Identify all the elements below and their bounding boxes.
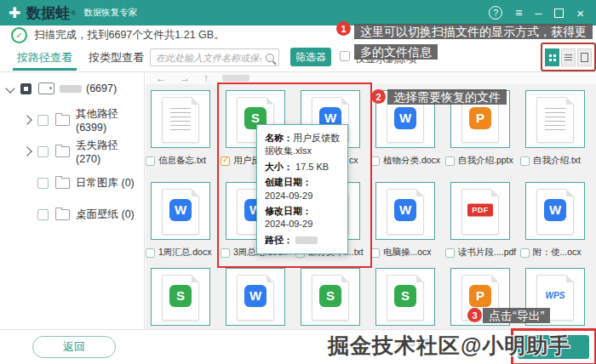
file-checkbox[interactable] [445,156,455,166]
nav-forward-icon[interactable]: → [180,72,190,84]
app-window: ✚ 数据蛙 ® 数据恢复专家 ? ≡ – × ✓ 扫描完成，找到6697个文件共… [0,0,596,364]
file-tile[interactable] [525,90,585,148]
redacted-drive-name [60,85,82,93]
file-name-row: 读书片段....pdf [445,247,522,259]
xlsx-badge-icon: S [169,285,192,307]
filter-button[interactable]: 筛选器 [290,48,331,66]
folder-checkbox[interactable] [37,209,49,220]
file-checkbox[interactable] [221,156,230,166]
scan-complete-check-icon: ✓ [11,27,27,43]
xlsx-file-icon: S [312,275,349,321]
expand-chevron-icon[interactable] [22,146,32,156]
sidebar-item-3[interactable]: 桌面壁纸 (0) [0,204,144,225]
tooltip-name-label: 名称： [265,133,293,143]
docx-badge-icon: W [244,285,266,307]
back-button[interactable]: 返回 [32,336,116,358]
chevron-down-icon[interactable] [5,83,14,93]
file-tile[interactable]: S [151,268,210,326]
xlsx-file-icon: S [162,275,199,321]
file-name-row: 自我介绍.pptx [445,155,522,167]
folder-label: 桌面壁纸 (0) [76,208,135,222]
file-checkbox[interactable] [221,248,230,258]
file-tile[interactable]: W [525,182,585,240]
file-tile[interactable]: PDF [450,182,510,240]
file-name: 1周汇总.docx [158,247,211,259]
docx-file-icon: W [237,275,274,321]
file-info-tooltip: 名称：用户反馈数据收集.xlsx 大小： 17.5 KB 创建日期： 2024-… [256,124,348,254]
folder-checkbox[interactable] [37,178,49,189]
maximize-icon[interactable] [554,9,564,18]
watermark-text: 掘金技术社区@小明助手 [328,332,570,360]
sidebar-tree: 其他路径 (6399)丢失路径 (270)日常图库 (0)桌面壁纸 (0) [0,110,144,225]
tooltip-size-label: 大小： [265,162,293,172]
file-tile[interactable]: W [375,182,435,240]
root-drive-checkbox[interactable] [20,83,32,94]
search-icon[interactable] [266,54,274,62]
docx-badge-icon: W [544,199,566,221]
folder-checkbox[interactable] [37,115,49,126]
search-input[interactable] [150,48,279,66]
file-name: 附：使...ocx [533,247,582,259]
redacted-current-path [222,75,249,82]
file-name: 植物分类.docx [383,155,440,167]
tooltip-modified-value: 2024-09-29 [265,218,340,230]
tab-view-by-type[interactable]: 按类型查看 [89,45,144,71]
file-tile[interactable]: W [226,268,285,326]
file-checkbox[interactable] [520,248,530,258]
txt-file-icon [536,97,574,143]
file-checkbox[interactable] [146,156,155,166]
folder-label: 丢失路径 (270) [76,139,144,165]
pptx-badge-icon: P [469,285,491,307]
folder-icon [55,115,70,126]
file-checkbox[interactable] [370,156,380,166]
window-controls: ? ≡ – × [489,6,584,20]
xlsx-badge-icon: S [319,285,341,307]
minimize-icon[interactable]: – [535,7,542,19]
file-name-row: 自我介绍.txt [520,155,596,167]
file-name: cx [349,155,358,165]
brand-registered-mark: ® [71,9,76,17]
sidebar-item-root-drive[interactable]: (6697) [0,78,144,99]
sidebar: (6697) 其他路径 (6399)丢失路径 (270)日常图库 (0)桌面壁纸… [0,71,145,330]
nav-up-icon[interactable]: ↑ [203,72,209,84]
tooltip-path-label: 路径： [265,235,293,245]
text-lines-glyph [170,108,191,132]
xlsx-badge-icon: S [394,285,416,307]
file-name-row: 附：使...ocx [520,247,596,259]
file-tile[interactable]: S [301,268,360,326]
file-name: 电脑操...ocx [383,247,432,259]
help-icon[interactable]: ? [489,6,502,20]
brand-name: 数据蛙 [26,3,70,23]
docx-file-icon: W [162,189,199,235]
menu-icon[interactable]: ≡ [515,7,522,19]
sidebar-item-2[interactable]: 日常图库 (0) [0,173,144,193]
xlsx-file-icon: S [387,275,424,321]
nav-back-icon[interactable]: ← [156,72,166,84]
file-checkbox[interactable] [445,248,455,258]
tab-view-by-path[interactable]: 按路径查看 [17,45,72,71]
callout-3-text: 点击“导出” [483,305,550,327]
expand-chevron-icon[interactable] [22,115,32,124]
file-checkbox[interactable] [520,156,530,166]
file-name-row: 信息备忘.txt [146,155,222,167]
file-checkbox[interactable] [146,248,155,258]
docx-badge-icon: W [394,199,416,221]
docx-badge-icon: W [394,107,416,129]
file-name-row: 植物分类.docx [370,155,447,167]
path-navigation-bar: ← → ↑ [146,71,596,84]
folder-checkbox[interactable] [37,146,49,157]
folder-icon [55,146,70,157]
close-icon[interactable]: × [576,7,584,20]
show-deleted-only-checkbox[interactable] [340,51,350,61]
file-checkbox[interactable] [370,248,380,258]
sidebar-item-0[interactable]: 其他路径 (6399) [0,110,144,130]
txt-file-icon [162,97,199,143]
file-tile[interactable]: S [375,268,435,326]
file-name: 自我介绍.pptx [458,155,513,167]
file-tile[interactable] [151,90,210,148]
file-tile[interactable]: W [151,182,210,240]
callout-1-badge: 1 [336,21,351,36]
redacted-file-path [295,236,318,244]
pdf-file-icon: PDF [461,189,499,235]
sidebar-item-1[interactable]: 丢失路径 (270) [0,141,144,162]
